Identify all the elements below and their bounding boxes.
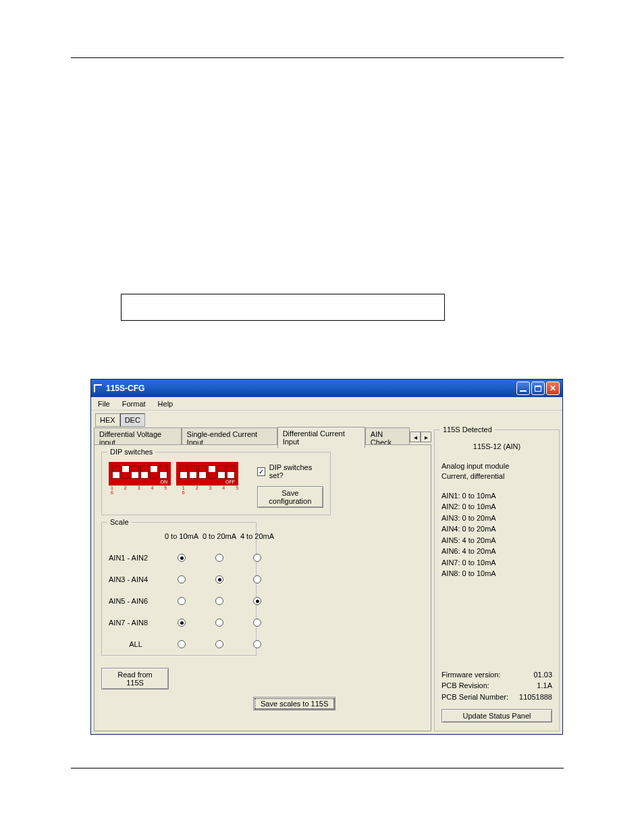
radio-ain34-0-20[interactable] xyxy=(215,575,223,583)
separator-bottom xyxy=(71,768,564,768)
dip-nums-2: 1 2 3 4 5 6 xyxy=(180,486,246,495)
ain-list: AIN1: 0 to 10mA AIN2: 0 to 10mA AIN3: 0 … xyxy=(441,490,552,579)
scale-row-ain12: AIN1 - AIN2 xyxy=(109,554,163,562)
ain7: AIN7: 0 to 10mA xyxy=(441,557,552,569)
menubar: File Format Help xyxy=(91,397,562,411)
scale-hdr-4-20: 4 to 20mA xyxy=(238,532,276,540)
save-config-button[interactable]: Save configuration xyxy=(257,486,323,508)
fw-label: Firmware version: xyxy=(441,669,500,681)
radio-ain78-0-20[interactable] xyxy=(215,619,223,627)
radio-ain56-0-10[interactable] xyxy=(178,597,186,605)
ain2: AIN2: 0 to 10mA xyxy=(441,501,552,513)
minimize-button[interactable] xyxy=(516,382,530,395)
menu-help[interactable]: Help xyxy=(154,398,178,409)
scale-row-all: ALL xyxy=(109,640,163,648)
scale-legend: Scale xyxy=(107,518,132,526)
detected-desc1: Analog input module xyxy=(441,461,552,471)
ain8: AIN8: 0 to 10mA xyxy=(441,568,552,579)
detected-title: 115S-12 (AIN) xyxy=(441,442,552,450)
detected-desc2: Current, differential xyxy=(441,471,552,481)
tab-diff-current[interactable]: Differential Current Input xyxy=(277,427,365,448)
radio-ain34-4-20[interactable] xyxy=(253,575,261,583)
update-status-button[interactable]: Update Status Panel xyxy=(441,709,552,723)
ain4: AIN4: 0 to 20mA xyxy=(441,523,552,535)
titlebar: 115S-CFG ✕ xyxy=(91,380,562,397)
app-icon xyxy=(94,384,102,392)
window-title: 115S-CFG xyxy=(106,384,516,393)
fw-val: 01.03 xyxy=(533,669,552,681)
tab-strip: Differential Voltage input Single-ended … xyxy=(94,429,431,444)
sn-val: 11051888 xyxy=(519,692,552,703)
scale-group: Scale 0 to 10mA 0 to 20mA 4 to 20mA AIN1… xyxy=(101,522,257,656)
dip-off-label: OFF xyxy=(225,479,235,484)
radio-ain78-0-10[interactable] xyxy=(178,619,186,627)
dec-button[interactable]: DEC xyxy=(120,413,145,427)
ain3: AIN3: 0 to 20mA xyxy=(441,513,552,524)
dip-set-label: DIP switches set? xyxy=(269,463,323,479)
detected-panel: 115S Detected 115S-12 (AIN) Analog input… xyxy=(434,429,560,731)
dip-on-label: ON xyxy=(161,479,168,484)
detected-legend: 115S Detected xyxy=(440,425,495,434)
tab-content: DIP switches xyxy=(94,444,431,731)
scale-row-ain56: AIN5 - AIN6 xyxy=(109,597,163,605)
dip-block-1: ON xyxy=(109,462,171,486)
note-box xyxy=(121,294,445,321)
radio-ain34-0-10[interactable] xyxy=(178,575,186,583)
scale-row-ain78: AIN7 - AIN8 xyxy=(109,619,163,627)
radio-ain12-0-10[interactable] xyxy=(178,554,186,562)
tab-scroll-right[interactable]: ▸ xyxy=(421,432,431,442)
tab-scroll-left[interactable]: ◂ xyxy=(410,432,421,442)
separator-top xyxy=(71,57,564,58)
radio-ain12-0-20[interactable] xyxy=(215,554,223,562)
dip-switches-group: DIP switches xyxy=(101,452,331,515)
dip-set-checkbox[interactable]: ✓ xyxy=(257,467,265,476)
read-from-115s-button[interactable]: Read from 115S xyxy=(101,668,169,689)
close-button[interactable]: ✕ xyxy=(546,382,560,395)
ain6: AIN6: 4 to 20mA xyxy=(441,546,552,557)
scale-row-ain34: AIN3 - AIN4 xyxy=(109,575,163,583)
app-window: 115S-CFG ✕ File Format Help HEX DEC Diff… xyxy=(90,379,563,735)
save-scales-button[interactable]: Save scales to 115S xyxy=(253,697,336,710)
ain1: AIN1: 0 to 10mA xyxy=(441,490,552,502)
sn-label: PCB Serial Number: xyxy=(441,692,508,703)
dip-nums-1: 1 2 3 4 5 6 xyxy=(109,486,175,495)
radio-all-0-10[interactable] xyxy=(178,640,186,648)
radio-ain78-4-20[interactable] xyxy=(253,619,261,627)
radio-ain56-4-20[interactable] xyxy=(253,597,261,605)
radio-all-0-20[interactable] xyxy=(215,640,223,648)
radio-all-4-20[interactable] xyxy=(253,640,261,648)
dip-block-2: OFF xyxy=(176,462,238,486)
dip-legend: DIP switches xyxy=(107,448,155,456)
menu-file[interactable]: File xyxy=(94,398,114,409)
scale-hdr-0-10: 0 to 10mA xyxy=(163,532,200,540)
menu-format[interactable]: Format xyxy=(118,398,150,409)
pcb-label: PCB Revision: xyxy=(441,680,489,692)
radio-ain56-0-20[interactable] xyxy=(215,597,223,605)
maximize-button[interactable] xyxy=(531,382,545,395)
hex-button[interactable]: HEX xyxy=(95,413,120,427)
radio-ain12-4-20[interactable] xyxy=(253,554,261,562)
pcb-val: 1.1A xyxy=(537,680,552,692)
scale-hdr-0-20: 0 to 20mA xyxy=(200,532,238,540)
ain5: AIN5: 4 to 20mA xyxy=(441,535,552,546)
